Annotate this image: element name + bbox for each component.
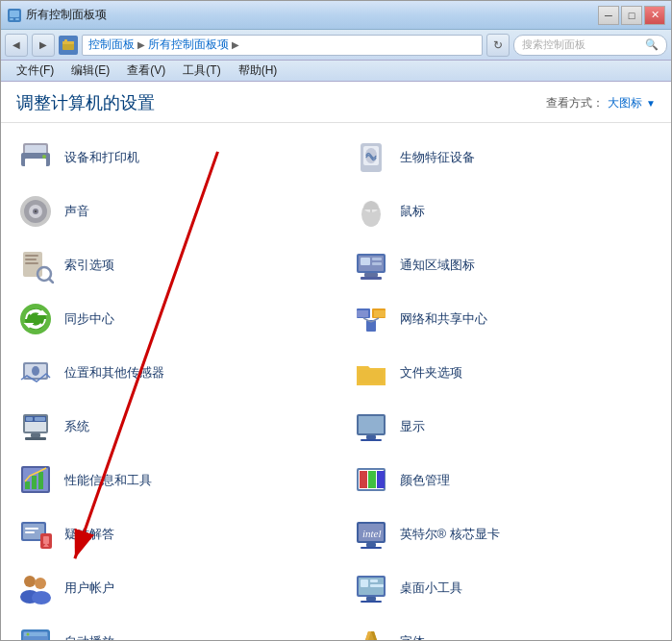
index-icon [16,246,55,284]
svg-rect-80 [361,547,382,549]
svg-rect-58 [366,435,376,439]
user-label[interactable]: 用户帐户 [64,579,114,597]
menu-file[interactable]: 文件(F) [9,61,62,81]
svg-point-47 [32,366,39,376]
svg-rect-3 [15,18,19,20]
list-item[interactable]: 桌面小工具 [336,561,672,615]
system-icon [16,407,55,446]
network-label[interactable]: 网络和共享中心 [400,310,487,328]
autoplay-icon [16,623,55,640]
window-title: 所有控制面板项 [26,7,598,23]
svg-rect-41 [374,310,386,317]
intel-icon: intel [352,515,390,554]
sync-label[interactable]: 同步中心 [64,310,114,328]
list-item[interactable]: 性能信息和工具 [1,454,336,507]
list-item[interactable]: 自动播放 [1,615,336,640]
mouse-label[interactable]: 鼠标 [400,203,425,220]
trouble-label[interactable]: 疑难解答 [64,526,114,543]
list-item[interactable]: 用户帐户 [1,561,336,615]
list-item[interactable]: 设备和打印机 [1,131,336,185]
sound-label[interactable]: 声音 [64,203,89,220]
svg-point-84 [32,591,51,604]
printer-label[interactable]: 设备和打印机 [64,149,139,166]
svg-point-83 [35,578,46,589]
svg-rect-24 [25,255,38,257]
menu-help[interactable]: 帮助(H) [231,61,286,81]
list-item[interactable]: 同步中心 [1,292,336,346]
forward-button[interactable]: ▶ [32,34,55,57]
view-value[interactable]: 大图标 [608,95,642,111]
list-item[interactable]: 声音 [1,185,336,238]
location-icon [16,354,55,392]
minimize-button[interactable]: ─ [598,6,619,25]
list-item[interactable]: 生物特征设备 [336,131,672,185]
svg-rect-64 [38,472,43,489]
svg-point-81 [24,576,36,587]
svg-rect-72 [25,528,38,530]
list-item[interactable]: 索引选项 [1,238,336,292]
mouse-icon [352,192,390,231]
list-item[interactable]: 鼠标 [336,185,672,238]
svg-rect-68 [368,471,376,488]
color-icon [352,461,390,500]
window-icon [7,8,22,23]
list-item[interactable]: 字体 [336,615,672,640]
list-item[interactable]: 显示 [336,400,672,454]
network-icon [352,300,390,338]
font-icon [352,623,390,640]
perf-label[interactable]: 性能信息和工具 [64,472,152,489]
trouble-icon [16,515,55,554]
menubar: 文件(F) 编辑(E) 查看(V) 工具(T) 帮助(H) [1,61,671,82]
color-label[interactable]: 颜色管理 [400,472,450,489]
refresh-button[interactable]: ↻ [486,34,510,57]
close-button[interactable]: ✕ [644,6,665,25]
list-item[interactable]: 位置和其他传感器 [1,346,336,400]
bio-label[interactable]: 生物特征设备 [400,149,475,166]
menu-edit[interactable]: 编辑(E) [63,61,117,81]
svg-rect-40 [357,310,368,317]
bio-icon [352,138,390,177]
desktop-label[interactable]: 桌面小工具 [400,579,462,597]
svg-rect-34 [372,258,382,260]
items-container[interactable]: 设备和打印机 生物特征设备 [1,123,671,640]
notify-label[interactable]: 通知区域图标 [400,257,475,274]
breadcrumb-separator: ▶ [137,39,145,50]
breadcrumb[interactable]: 控制面板 ▶ 所有控制面板项 ▶ [82,35,483,56]
font-label[interactable]: 字体 [400,633,425,640]
menu-tools[interactable]: 工具(T) [175,61,228,81]
maximize-button[interactable]: □ [621,6,642,25]
breadcrumb-item-2[interactable]: 所有控制面板项 [148,37,229,53]
svg-rect-53 [35,417,45,421]
view-arrow-icon[interactable]: ▼ [646,98,656,109]
system-label[interactable]: 系统 [64,418,89,435]
search-bar[interactable]: 搜索控制面板 🔍 [513,35,667,56]
address-icon [59,36,78,55]
page-title: 调整计算机的设置 [16,91,155,114]
list-item[interactable]: 通知区域图标 [336,238,672,292]
display-label[interactable]: 显示 [400,418,425,435]
main-window: 所有控制面板项 ─ □ ✕ ◀ ▶ 控制面板 ▶ 所有控制面板项 ▶ ↻ 搜索控… [0,0,672,641]
svg-rect-35 [372,262,382,265]
back-button[interactable]: ◀ [5,34,28,57]
index-label[interactable]: 索引选项 [64,257,114,274]
view-label: 查看方式： [546,95,604,111]
list-item[interactable]: 疑难解答 [1,507,336,561]
svg-line-28 [49,279,53,283]
svg-rect-89 [370,584,384,587]
svg-rect-54 [31,433,40,437]
list-item[interactable]: 文件夹选项 [336,346,672,400]
list-item[interactable]: 颜色管理 [336,454,672,507]
svg-rect-67 [360,471,367,488]
folder-label[interactable]: 文件夹选项 [400,364,462,382]
menu-view[interactable]: 查看(V) [119,61,173,81]
autoplay-label[interactable]: 自动播放 [64,633,114,640]
sync-icon [16,300,55,338]
location-label[interactable]: 位置和其他传感器 [64,364,164,382]
breadcrumb-item-1[interactable]: 控制面板 [88,37,135,53]
intel-label[interactable]: 英特尔® 核芯显卡 [400,526,500,543]
list-item[interactable]: 系统 [1,400,336,454]
folder-icon [352,354,390,392]
list-item[interactable]: intel 英特尔® 核芯显卡 [336,507,672,561]
svg-rect-69 [377,471,385,488]
list-item[interactable]: 网络和共享中心 [336,292,672,346]
